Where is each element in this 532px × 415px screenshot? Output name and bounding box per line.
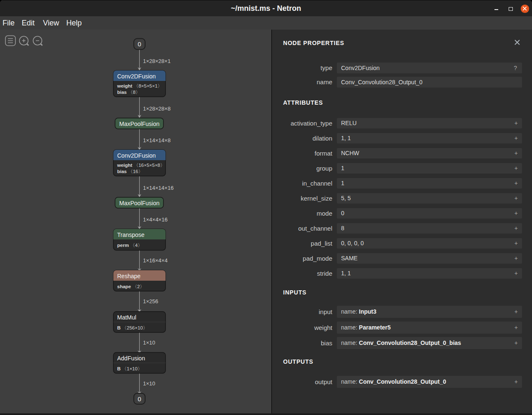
svg-text:1×10: 1×10 bbox=[143, 340, 155, 346]
svg-text:1×28×28×8: 1×28×28×8 bbox=[143, 106, 171, 112]
svg-text:Conv2DFusion: Conv2DFusion bbox=[117, 73, 156, 80]
svg-text:weight 〈8×5×5×1〉: weight 〈8×5×5×1〉 bbox=[117, 83, 162, 88]
svg-text:MaxPoolFusion: MaxPoolFusion bbox=[119, 121, 160, 127]
svg-text:0: 0 bbox=[138, 40, 141, 48]
svg-text:AddFusion: AddFusion bbox=[117, 355, 145, 362]
svg-text:1×10: 1×10 bbox=[143, 380, 155, 387]
svg-text:0: 0 bbox=[138, 395, 141, 402]
svg-text:B 〈1×10〉: B 〈1×10〉 bbox=[117, 366, 142, 371]
svg-text:1×256: 1×256 bbox=[143, 298, 158, 304]
svg-text:1×14×14×8: 1×14×14×8 bbox=[143, 137, 171, 143]
svg-text:bias 〈8〉: bias 〈8〉 bbox=[117, 90, 141, 95]
svg-text:bias 〈16〉: bias 〈16〉 bbox=[117, 169, 143, 174]
svg-text:Reshape: Reshape bbox=[117, 273, 141, 279]
svg-text:1×16×4×4: 1×16×4×4 bbox=[143, 257, 168, 264]
svg-text:Conv2DFusion: Conv2DFusion bbox=[117, 152, 156, 159]
svg-text:perm 〈4〉: perm 〈4〉 bbox=[117, 243, 143, 248]
svg-text:Transpose: Transpose bbox=[117, 231, 145, 238]
svg-text:weight 〈16×5×5×8〉: weight 〈16×5×5×8〉 bbox=[117, 163, 165, 168]
svg-text:1×4×4×16: 1×4×4×16 bbox=[143, 216, 168, 223]
svg-text:1×28×28×1: 1×28×28×1 bbox=[143, 58, 171, 64]
svg-text:MatMul: MatMul bbox=[117, 314, 136, 321]
svg-text:MaxPoolFusion: MaxPoolFusion bbox=[119, 200, 160, 206]
svg-text:1×14×14×16: 1×14×14×16 bbox=[143, 185, 173, 191]
svg-text:shape 〈2〉: shape 〈2〉 bbox=[117, 284, 145, 289]
svg-text:B 〈256×10〉: B 〈256×10〉 bbox=[117, 325, 148, 330]
